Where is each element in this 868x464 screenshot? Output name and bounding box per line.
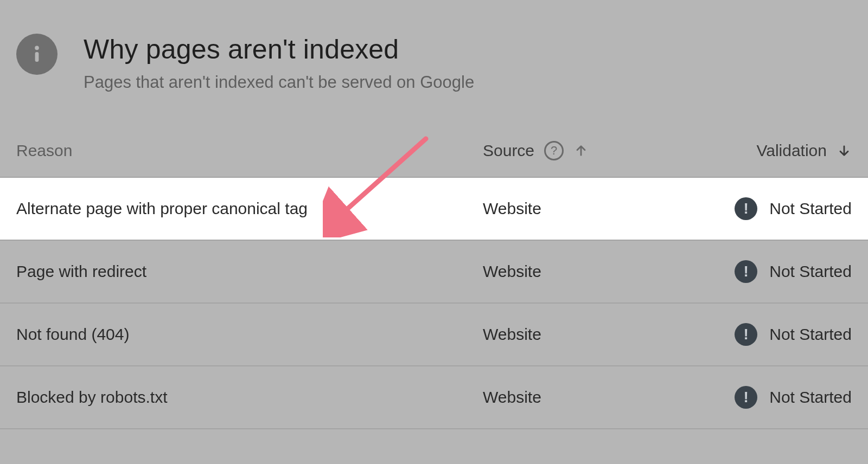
arrow-down-icon [837, 143, 852, 158]
cell-validation: !Not Started [673, 197, 852, 220]
reasons-table: Reason Source ? Validation Alternate pag… [0, 141, 868, 429]
validation-status: Not Started [769, 199, 852, 218]
cell-source: Website [483, 325, 673, 344]
help-icon[interactable]: ? [544, 141, 564, 160]
cell-source: Website [483, 199, 673, 218]
svg-point-0 [35, 46, 39, 50]
cell-validation: !Not Started [673, 260, 852, 283]
validation-status: Not Started [769, 262, 852, 281]
info-icon [16, 34, 58, 75]
cell-reason: Not found (404) [16, 325, 483, 344]
arrow-up-icon [573, 143, 589, 158]
cell-reason: Alternate page with proper canonical tag [16, 199, 483, 218]
page-title: Why pages aren't indexed [84, 34, 474, 65]
column-source[interactable]: Source ? [483, 141, 673, 160]
table-row[interactable]: Alternate page with proper canonical tag… [0, 178, 868, 241]
exclamation-icon: ! [735, 386, 757, 409]
page-subtitle: Pages that aren't indexed can't be serve… [84, 73, 474, 92]
table-row[interactable]: Page with redirectWebsite!Not Started [0, 241, 868, 304]
exclamation-icon: ! [735, 323, 757, 346]
table-header: Reason Source ? Validation [0, 141, 868, 178]
cell-source: Website [483, 388, 673, 407]
column-source-label: Source [483, 141, 534, 160]
exclamation-icon: ! [735, 197, 757, 220]
column-validation-label: Validation [756, 141, 827, 160]
cell-validation: !Not Started [673, 386, 852, 409]
table-row[interactable]: Blocked by robots.txtWebsite!Not Started [0, 366, 868, 429]
page-header: Why pages aren't indexed Pages that aren… [0, 0, 868, 92]
validation-status: Not Started [769, 325, 852, 344]
column-reason[interactable]: Reason [16, 141, 483, 160]
cell-reason: Page with redirect [16, 262, 483, 281]
column-validation[interactable]: Validation [673, 141, 852, 160]
table-row[interactable]: Not found (404)Website!Not Started [0, 304, 868, 366]
svg-rect-1 [35, 52, 39, 62]
cell-validation: !Not Started [673, 323, 852, 346]
exclamation-icon: ! [735, 260, 757, 283]
cell-source: Website [483, 262, 673, 281]
cell-reason: Blocked by robots.txt [16, 388, 483, 407]
validation-status: Not Started [769, 388, 852, 407]
